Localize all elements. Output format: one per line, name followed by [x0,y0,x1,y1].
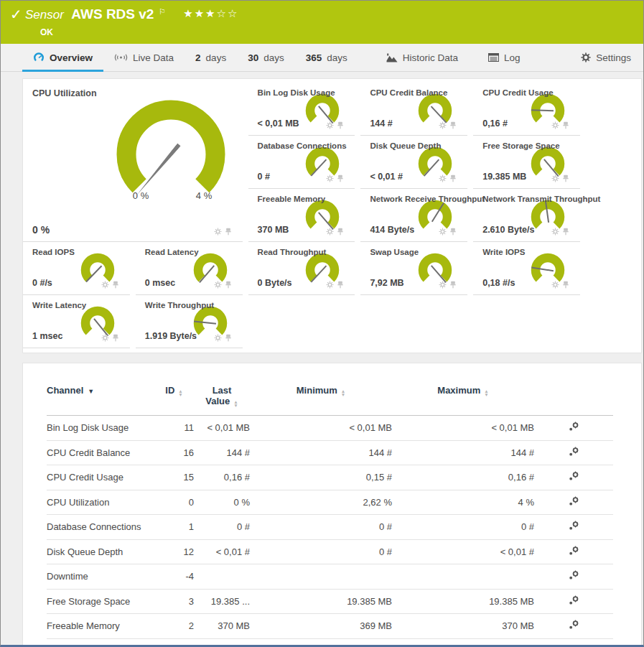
gauge-pin-icon[interactable] [337,225,344,238]
gauge-cell[interactable]: Read Throughput 0 Byte/s [248,242,355,295]
gauge-gear-icon[interactable] [214,225,222,238]
channel-name: Database Connections [47,515,154,540]
gauge-cell[interactable]: Disk Queue Depth < 0,01 # [360,136,467,189]
gauge-cell[interactable]: Database Connections 0 # [248,136,355,189]
gauge-gear-icon[interactable] [326,279,334,292]
channel-minimum: 404 Byte/s [250,638,392,647]
gauge-gear-icon[interactable] [326,119,334,132]
gauge-pin-icon[interactable] [225,225,232,238]
gauge-cell[interactable]: Swap Usage 7,92 MB [360,242,467,295]
gauge-value: 144 # [370,118,392,129]
gauge-gear-icon[interactable] [439,279,447,292]
column-header-minimum[interactable]: Minimum▲▼ [250,382,392,416]
broadcast-icon [114,52,128,62]
gauge-gear-icon[interactable] [101,279,109,292]
tab-log[interactable]: Log [477,44,531,71]
tab-historic-data[interactable]: Historic Data [375,44,469,71]
channel-minimum: < 0,01 MB [250,416,392,441]
gauge-pin-icon[interactable] [449,119,457,132]
gauge-pin-icon[interactable] [112,332,119,345]
gauge-cell[interactable]: Write Latency 1 msec [23,295,130,348]
channel-settings-icon[interactable] [569,595,579,608]
gauge-gear-icon[interactable] [101,332,109,345]
channel-settings-icon[interactable] [569,447,579,459]
gauge-cell[interactable]: CPU Credit Usage 0,16 # [473,83,580,136]
priority-stars[interactable]: ★★★☆☆ [183,7,238,19]
tab-overview[interactable]: Overview [22,44,103,71]
gauge-gear-icon[interactable] [439,119,447,132]
tab-2-days[interactable]: 2 days [185,44,237,71]
channel-name: Disk Queue Depth [47,539,154,564]
gauge-pin-icon[interactable] [562,225,569,238]
gauge-cell[interactable]: Read IOPS 0 #/s [23,242,130,295]
gauge-value: 1.919 Byte/s [145,331,197,341]
tab-live-data[interactable]: Live Data [103,44,185,71]
gauge-cell-cpu-utilization[interactable]: CPU Utilization 0 % 4 % 0 % [23,83,243,242]
gauge-label: Read IOPS [32,248,75,256]
gauge-pin-icon[interactable] [225,279,232,292]
column-header-id[interactable]: ID▲▼ [154,382,194,416]
sort-icon: ▲▼ [484,389,488,396]
gauge-gear-icon[interactable] [326,225,334,238]
historic-chart-icon [386,53,398,62]
channel-maximum: 0 # [392,515,534,540]
gauge-pin-icon[interactable] [562,172,569,185]
channel-settings-icon[interactable] [569,471,579,483]
gauge-gear-icon[interactable] [326,172,334,185]
tab-30-days[interactable]: 30 days [237,44,295,71]
column-header-last-value[interactable]: Last Value▲▼ [194,382,250,416]
channel-settings-icon[interactable] [569,570,579,582]
column-header-maximum[interactable]: Maximum▲▼ [392,382,534,416]
channel-id: 0 [154,490,194,515]
channel-settings-icon[interactable] [569,645,579,647]
tab-label: days [327,52,347,63]
gauge-pin-icon[interactable] [449,172,457,185]
tab-365-days[interactable]: 365 days [295,44,358,71]
column-header-channel[interactable]: Channel▼ [47,382,154,416]
gauge-cell[interactable]: Bin Log Disk Usage < 0,01 MB [248,83,355,136]
tab-settings[interactable]: Settings [570,44,642,71]
status-badge: OK [40,27,53,37]
gauge-cell[interactable]: Network Receive Throughput 414 Byte/s [360,189,467,242]
gauge-pin-icon[interactable] [562,119,569,132]
gauge-pin-icon[interactable] [225,332,232,345]
gauge-label: Free Storage Space [482,141,559,150]
gauge-gear-icon[interactable] [214,332,222,345]
gauge-pin-icon[interactable] [449,225,457,238]
channel-settings-icon[interactable] [569,521,579,533]
gauge-cell[interactable]: Write IOPS 0,18 #/s [473,242,580,295]
gauge-label: Write Latency [32,301,86,309]
table-row: Bin Log Disk Usage 11 < 0,01 MB < 0,01 M… [47,416,613,441]
gauge-gear-icon[interactable] [439,225,447,238]
gauge-gear-icon[interactable] [214,279,222,292]
tab-label: Settings [596,52,631,63]
channel-minimum: 0,15 # [250,465,392,490]
gauge-pin-icon[interactable] [337,119,344,132]
gauge-gear-icon[interactable] [551,279,559,292]
gauge-cell[interactable]: Write Throughput 1.919 Byte/s [136,295,243,348]
gauge-cell[interactable]: Free Storage Space 19.385 MB [473,136,580,189]
gauge-pin-icon[interactable] [337,172,344,185]
gauge-cell[interactable]: Network Transmit Throughput 2.610 Byte/s [473,189,580,242]
gauge-cell[interactable]: Read Latency 0 msec [136,242,243,295]
gauge-value: 0,18 #/s [482,278,515,288]
gauge-pin-icon[interactable] [337,279,344,292]
gauge-gear-icon[interactable] [439,172,447,185]
gauge-gear-icon[interactable] [551,172,559,185]
channel-settings-icon[interactable] [569,620,579,632]
gauge-gear-icon[interactable] [551,225,559,238]
gauge-pin-icon[interactable] [562,279,569,292]
gauge-gear-icon[interactable] [551,119,559,132]
channel-settings-icon[interactable] [569,546,579,558]
channel-settings-icon[interactable] [569,496,579,508]
gauge-pin-icon[interactable] [112,279,119,292]
table-row: Freeable Memory 2 370 MB 369 MB 370 MB [47,614,613,639]
gauge-value: 414 Byte/s [370,225,414,235]
gauge-cell[interactable]: CPU Credit Balance 144 # [360,83,467,136]
column-label: Minimum [297,385,337,396]
table-row: Downtime -4 [47,564,613,590]
gauge-pin-icon[interactable] [449,279,457,292]
channel-settings-icon[interactable] [569,422,579,434]
flag-icon[interactable]: ⚐ [159,7,166,16]
gauge-cell[interactable]: Freeable Memory 370 MB [248,189,355,242]
